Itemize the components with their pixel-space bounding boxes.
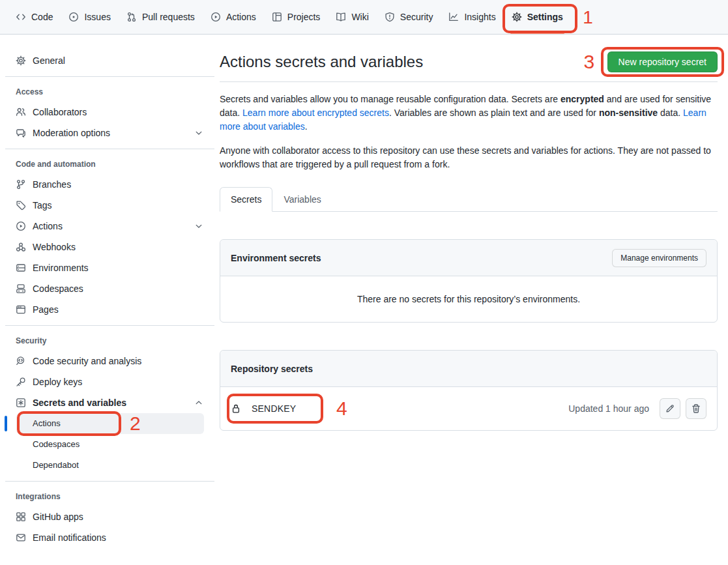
sidebar-item-environments[interactable]: Environments bbox=[5, 257, 214, 278]
codescan-icon bbox=[16, 356, 26, 366]
secret-name-group: SENDKEY 4 bbox=[231, 403, 296, 414]
tab-pull-requests[interactable]: Pull requests bbox=[121, 0, 200, 34]
browser-icon bbox=[16, 304, 26, 315]
sidebar-item-label: Code security and analysis bbox=[33, 355, 204, 368]
nav-label: Insights bbox=[464, 12, 495, 22]
secrets-variables-tabnav: Secrets Variables bbox=[220, 187, 718, 212]
delete-secret-button[interactable] bbox=[686, 398, 706, 419]
annotation-number-1: 1 bbox=[583, 8, 593, 27]
manage-environments-button[interactable]: Manage environments bbox=[612, 249, 706, 267]
tab-projects[interactable]: Projects bbox=[267, 0, 326, 34]
sidebar-item-label: Codespaces bbox=[33, 282, 204, 295]
tab-settings[interactable]: Settings 1 bbox=[506, 0, 568, 34]
asterisk-box-icon bbox=[16, 398, 26, 408]
sidebar-item-branches[interactable]: Branches bbox=[5, 174, 214, 195]
secrets-and-variables-subnav: Actions 2 Codespaces Dependabot bbox=[0, 413, 220, 476]
environment-secrets-box: Environment secrets Manage environments … bbox=[220, 239, 718, 323]
sidebar-item-label: Email notifications bbox=[33, 531, 204, 544]
sidebar-item-label: General bbox=[33, 54, 204, 67]
tab-variables[interactable]: Variables bbox=[272, 187, 332, 212]
sidebar-item-codespaces[interactable]: Codespaces bbox=[5, 278, 214, 299]
page-title: Actions secrets and variables bbox=[220, 51, 423, 72]
settings-sidebar: General Access Collaborators Moderation … bbox=[0, 35, 220, 548]
sidebar-item-label: Environments bbox=[33, 261, 204, 274]
sidebar-section-integrations: Integrations bbox=[0, 487, 220, 506]
issue-opened-icon bbox=[68, 12, 79, 22]
sidebar-item-label: Collaborators bbox=[33, 106, 204, 119]
repository-secrets-box: Repository secrets SENDKEY 4 Updated 1 h… bbox=[220, 350, 718, 431]
sidebar-subitem-label: Dependabot bbox=[33, 460, 79, 470]
sidebar-item-label: Moderation options bbox=[33, 126, 187, 139]
key-icon bbox=[16, 377, 26, 387]
sidebar-item-general[interactable]: General bbox=[5, 50, 214, 71]
intro-bold: non-sensitive bbox=[599, 108, 658, 118]
intro-text: Secrets and variables allow you to manag… bbox=[220, 94, 561, 104]
intro-bold: encrypted bbox=[561, 94, 604, 104]
nav-label: Pull requests bbox=[142, 12, 195, 22]
sidebar-item-label: Branches bbox=[33, 178, 204, 191]
secret-name: SENDKEY bbox=[252, 403, 296, 414]
sidebar-item-pages[interactable]: Pages bbox=[5, 299, 214, 320]
gear-icon bbox=[512, 12, 522, 22]
sidebar-item-label: Deploy keys bbox=[33, 375, 204, 388]
sidebar-item-tags[interactable]: Tags bbox=[5, 195, 214, 216]
repo-nav: Code Issues Pull requests Actions Projec… bbox=[0, 0, 728, 35]
sidebar-item-label: Pages bbox=[33, 303, 204, 316]
nav-label: Actions bbox=[226, 12, 256, 22]
tab-code[interactable]: Code bbox=[10, 0, 58, 34]
chevron-down-icon bbox=[194, 221, 204, 231]
sidebar-item-secrets-and-variables[interactable]: Secrets and variables bbox=[5, 392, 214, 413]
play-icon bbox=[16, 221, 26, 231]
lock-icon bbox=[231, 403, 241, 414]
sidebar-subitem-dependabot[interactable]: Dependabot bbox=[16, 455, 204, 476]
intro-paragraph-2: Anyone with collaborator access to this … bbox=[220, 144, 718, 171]
chevron-up-icon bbox=[194, 398, 204, 408]
pencil-icon bbox=[665, 403, 675, 414]
sidebar-item-actions[interactable]: Actions bbox=[5, 216, 214, 237]
active-tab-underline bbox=[510, 33, 564, 34]
sidebar-item-webhooks[interactable]: Webhooks bbox=[5, 237, 214, 257]
trash-icon bbox=[691, 403, 701, 414]
people-icon bbox=[16, 107, 26, 117]
sidebar-subitem-label: Codespaces bbox=[33, 439, 80, 449]
tab-security[interactable]: Security bbox=[379, 0, 439, 34]
sidebar-item-collaborators[interactable]: Collaborators bbox=[5, 102, 214, 123]
shield-icon bbox=[385, 12, 395, 22]
sidebar-divider bbox=[5, 149, 214, 149]
play-icon bbox=[211, 12, 221, 22]
encrypted-secrets-link[interactable]: Learn more about encrypted secrets bbox=[242, 108, 389, 118]
sidebar-subitem-actions[interactable]: Actions 2 bbox=[16, 413, 204, 434]
sidebar-item-label: Actions bbox=[33, 220, 187, 233]
tab-issues[interactable]: Issues bbox=[63, 0, 115, 34]
annotation-number-3: 3 bbox=[584, 52, 595, 72]
sidebar-item-deploy-keys[interactable]: Deploy keys bbox=[5, 371, 214, 392]
table-icon bbox=[272, 12, 282, 22]
nav-label: Settings bbox=[527, 12, 563, 22]
sidebar-item-email-notifications[interactable]: Email notifications bbox=[5, 527, 214, 548]
webhook-icon bbox=[16, 242, 26, 252]
sidebar-item-label: Webhooks bbox=[33, 240, 204, 254]
main-content: Actions secrets and variables New reposi… bbox=[220, 35, 728, 431]
tag-icon bbox=[16, 200, 26, 210]
tab-wiki[interactable]: Wiki bbox=[330, 0, 373, 34]
server-icon bbox=[16, 263, 26, 273]
intro-paragraph-1: Secrets and variables allow you to manag… bbox=[220, 93, 718, 134]
sidebar-divider bbox=[5, 325, 214, 326]
sidebar-item-moderation-options[interactable]: Moderation options bbox=[5, 123, 214, 143]
sidebar-subitem-label: Actions bbox=[33, 418, 61, 428]
new-repository-secret-button[interactable]: New repository secret bbox=[607, 51, 718, 72]
git-branch-icon bbox=[16, 179, 26, 190]
sidebar-subitem-codespaces[interactable]: Codespaces bbox=[16, 434, 204, 455]
edit-secret-button[interactable] bbox=[660, 398, 680, 419]
tab-insights[interactable]: Insights bbox=[443, 0, 501, 34]
tab-actions[interactable]: Actions bbox=[205, 0, 261, 34]
tab-secrets[interactable]: Secrets bbox=[220, 187, 272, 212]
chevron-down-icon bbox=[194, 128, 204, 138]
book-icon bbox=[336, 12, 346, 22]
sidebar-section-access: Access bbox=[0, 82, 220, 102]
code-icon bbox=[16, 12, 26, 22]
environment-secrets-title: Environment secrets bbox=[231, 253, 321, 263]
sidebar-item-github-apps[interactable]: GitHub apps bbox=[5, 506, 214, 527]
sidebar-item-code-security[interactable]: Code security and analysis bbox=[5, 351, 214, 371]
sidebar-section-code-automation: Code and automation bbox=[0, 154, 220, 174]
